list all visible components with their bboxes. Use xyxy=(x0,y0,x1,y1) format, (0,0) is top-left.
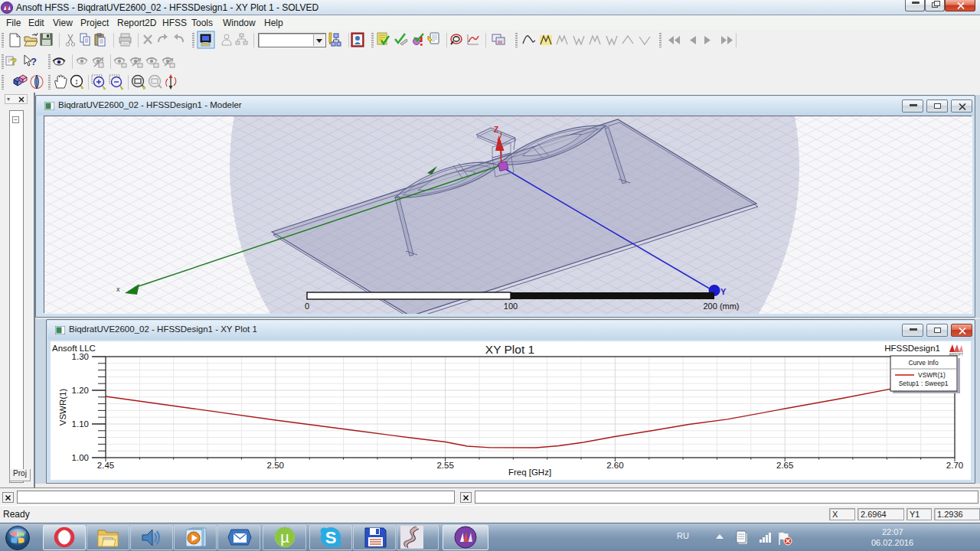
svg-text:Freq [GHz]: Freq [GHz] xyxy=(508,468,551,477)
svg-text:XY Plot 1: XY Plot 1 xyxy=(485,343,534,356)
svg-text:S: S xyxy=(325,528,337,547)
svg-text:x: x xyxy=(116,285,120,293)
svg-text:2.55: 2.55 xyxy=(436,461,453,470)
svg-text:0: 0 xyxy=(305,302,309,311)
svg-text:2.60: 2.60 xyxy=(606,461,623,470)
svg-text:HFSSDesign1: HFSSDesign1 xyxy=(884,344,940,353)
svg-text:?: ? xyxy=(11,56,17,67)
svg-text:Setup1 : Sweep1: Setup1 : Sweep1 xyxy=(899,380,949,387)
svg-text:100: 100 xyxy=(504,302,518,311)
svg-text:↕: ↕ xyxy=(74,77,79,86)
svg-text:2.45: 2.45 xyxy=(97,461,114,470)
svg-text:Curve Info: Curve Info xyxy=(908,359,938,367)
svg-text:1.00: 1.00 xyxy=(72,453,89,462)
svg-text:VSWR(1): VSWR(1) xyxy=(918,371,946,379)
svg-text:µ: µ xyxy=(280,529,289,546)
svg-text:?: ? xyxy=(31,56,37,67)
svg-text:2.65: 2.65 xyxy=(776,461,793,470)
svg-text:1.20: 1.20 xyxy=(72,386,89,395)
svg-text:1.30: 1.30 xyxy=(72,352,89,361)
svg-text:2.50: 2.50 xyxy=(267,461,284,470)
svg-text:Z: Z xyxy=(494,126,498,134)
svg-text:200 (mm): 200 (mm) xyxy=(703,302,739,311)
svg-text:Y: Y xyxy=(720,287,727,296)
svg-text:VSWR(1): VSWR(1) xyxy=(58,389,67,426)
svg-text:2.70: 2.70 xyxy=(946,461,963,470)
svg-text:1.10: 1.10 xyxy=(72,419,89,429)
